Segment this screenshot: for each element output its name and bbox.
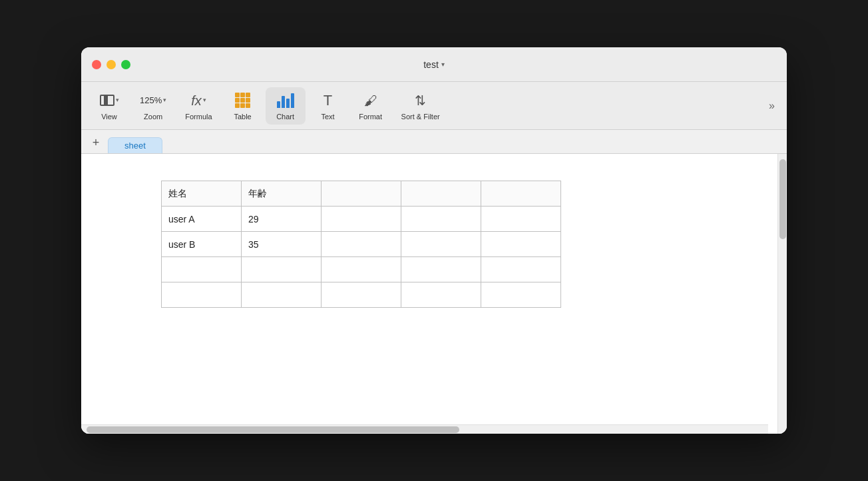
cell-r4-c2[interactable] [322,282,401,308]
sort-filter-label: Sort & Filter [401,113,440,121]
horizontal-scrollbar[interactable] [81,424,768,434]
zoom-toolbar-item[interactable]: 125% ▾ Zoom [132,87,174,125]
title-text: test [423,59,439,70]
cell-r1-c0[interactable]: user A [162,207,242,232]
titlebar: test ▾ [81,47,787,82]
chart-bars-icon [277,93,294,108]
cell-r1-c3[interactable] [401,207,481,232]
table-row[interactable] [162,257,561,282]
cell-r3-c0[interactable] [162,257,242,282]
cell-r3-c4[interactable] [481,257,561,282]
zoom-value: 125% [140,96,162,105]
cell-r4-c3[interactable] [401,282,481,308]
window-title: test ▾ [423,59,445,70]
toolbar: ▾ View 125% ▾ Zoom fx ▾ Formula [81,82,787,130]
cell-r3-c3[interactable] [401,257,481,282]
cell-r0-c3[interactable] [401,181,481,207]
cell-r1-c2[interactable] [322,207,401,232]
cell-r2-c1[interactable]: 35 [242,232,322,257]
title-chevron-icon: ▾ [441,61,445,68]
sort-filter-icon: ⇅ [415,91,426,110]
table-row[interactable]: 姓名年齢 [162,181,561,207]
table-row[interactable]: user A29 [162,207,561,232]
format-icon: 🖌 [364,91,377,110]
chart-toolbar-item[interactable]: Chart [266,87,306,125]
cell-r3-c1[interactable] [242,257,322,282]
vertical-scrollbar-thumb[interactable] [779,159,786,239]
sheet-tabs: + sheet [81,130,787,154]
spreadsheet-table: 姓名年齢user A29user B35 [161,181,561,308]
maximize-button[interactable] [121,60,130,69]
text-toolbar-item[interactable]: T Text [308,87,348,125]
cell-r0-c4[interactable] [481,181,561,207]
zoom-chevron-icon: ▾ [163,97,166,103]
formula-label: Formula [185,113,212,121]
cell-r2-c3[interactable] [401,232,481,257]
formula-icon: fx ▾ [191,91,206,110]
cell-r3-c2[interactable] [322,257,401,282]
table-row[interactable]: user B35 [162,232,561,257]
toolbar-more-button[interactable]: » [765,96,779,116]
view-icon: ▾ [100,91,119,110]
formula-chevron-icon: ▾ [203,97,206,103]
sheet-tab-label: sheet [124,141,146,151]
cell-r1-c1[interactable]: 29 [242,207,322,232]
content-area: 姓名年齢user A29user B35 [81,154,787,434]
cell-r2-c2[interactable] [322,232,401,257]
view-toolbar-item[interactable]: ▾ View [89,87,129,125]
view-label: View [101,113,117,121]
minimize-button[interactable] [107,60,116,69]
cell-r2-c0[interactable]: user B [162,232,242,257]
spreadsheet-area[interactable]: 姓名年齢user A29user B35 [81,154,777,434]
more-icon: » [769,100,775,111]
cell-r2-c4[interactable] [481,232,561,257]
cell-r4-c0[interactable] [162,282,242,308]
table-row[interactable] [162,282,561,308]
traffic-lights [92,60,130,69]
zoom-icon: 125% ▾ [140,91,166,110]
chart-label: Chart [276,113,294,121]
table-icon [235,91,250,110]
text-icon: T [324,91,332,110]
table-label: Table [234,113,251,121]
sort-filter-toolbar-item[interactable]: ⇅ Sort & Filter [393,87,448,125]
horizontal-scrollbar-thumb[interactable] [87,426,459,433]
app-window: test ▾ ▾ View 125% ▾ Zoom fx ▾ [81,47,787,434]
close-button[interactable] [92,60,101,69]
cell-r0-c2[interactable] [322,181,401,207]
text-label: Text [322,113,335,121]
cell-r4-c1[interactable] [242,282,322,308]
table-grid-icon [235,93,250,108]
cell-r1-c4[interactable] [481,207,561,232]
add-sheet-button[interactable]: + [87,133,105,152]
cell-r4-c4[interactable] [481,282,561,308]
zoom-label: Zoom [144,113,162,121]
formula-toolbar-item[interactable]: fx ▾ Formula [177,87,220,125]
chart-icon [277,91,294,110]
format-toolbar-item[interactable]: 🖌 Format [351,87,391,125]
view-grid-icon [100,95,114,106]
format-label: Format [359,113,382,121]
add-sheet-icon: + [93,136,100,150]
sheet-tab-active[interactable]: sheet [108,137,162,153]
table-toolbar-item[interactable]: Table [223,87,263,125]
view-chevron-icon: ▾ [116,97,119,103]
cell-r0-c1[interactable]: 年齢 [242,181,322,207]
cell-r0-c0[interactable]: 姓名 [162,181,242,207]
vertical-scrollbar[interactable] [777,154,787,434]
